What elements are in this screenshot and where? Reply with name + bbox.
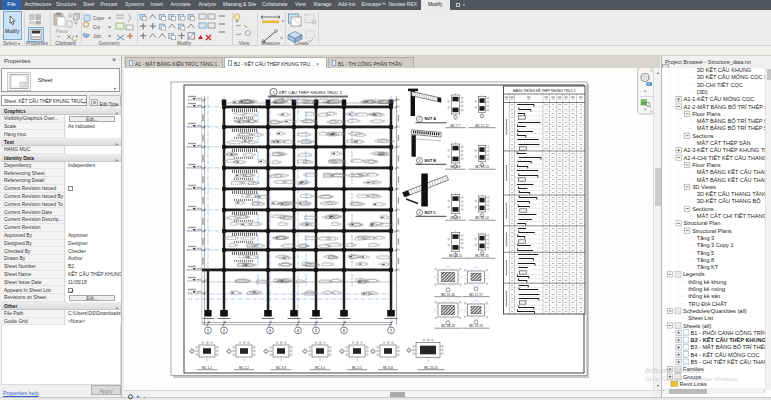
svg-text:MẶT BẰNG BỐ TRÍ THÉP SÀN LỚ: MẶT BẰNG BỐ TRÍ THÉP SÀN LỚ xyxy=(697,117,766,124)
svg-text:thống kê khung: thống kê khung xyxy=(688,279,726,285)
svg-text:MC 6-6: MC 6-6 xyxy=(383,366,393,370)
svg-text:NÚT A: NÚT A xyxy=(425,116,437,121)
svg-text:Structural Plans: Structural Plans xyxy=(692,228,732,234)
svg-text:Floor Plans: Floor Plans xyxy=(692,162,720,168)
svg-text:Legends: Legends xyxy=(683,271,705,277)
svg-text:3D Views: 3D Views xyxy=(692,184,716,190)
svg-text:Floor Plans: Floor Plans xyxy=(692,111,720,117)
svg-text:NÚT B: NÚT B xyxy=(425,158,437,163)
svg-text:B5 - CHI TIẾT KẾT CẤU THANG BỘ: B5 - CHI TIẾT KẾT CẤU THANG BỘ xyxy=(691,359,766,365)
svg-text:KẾT CẤU THÉP KHUNG TRỤC 2: KẾT CẤU THÉP KHUNG TRỤC 2 xyxy=(279,90,342,95)
svg-text:B1 - PHỐI CẢNH CÔNG TRÌNH: B1 - PHỐI CẢNH CÔNG TRÌNH xyxy=(691,330,766,336)
svg-text:Tầng 3: Tầng 3 xyxy=(697,235,714,241)
svg-text:Cope: Cope xyxy=(93,16,104,21)
svg-text:MẶT CẮT CHI TIẾT THANG: MẶT CẮT CHI TIẾT THANG xyxy=(697,212,766,219)
svg-text:thống kê sàn: thống kê sàn xyxy=(688,293,720,299)
svg-text:MC 2-2: MC 2-2 xyxy=(239,366,249,370)
svg-text:Sheet List: Sheet List xyxy=(688,315,713,321)
svg-text:MC 18-18: MC 18-18 xyxy=(441,324,455,328)
svg-text:3D KẾT CẤU KHUNG: 3D KẾT CẤU KHUNG xyxy=(697,67,752,73)
svg-text:7: 7 xyxy=(390,329,392,333)
svg-text:A2-3-KẾT CẤU THÉP KHUNG TRỤC 2: A2-3-KẾT CẤU THÉP KHUNG TRỤC 2 xyxy=(684,147,766,153)
svg-text:3D KẾT CẤU THANG TẦNG ĐIỂN H: 3D KẾT CẤU THANG TẦNG ĐIỂN H xyxy=(697,191,766,197)
svg-text:MC 5-5: MC 5-5 xyxy=(352,366,362,370)
svg-text:A2-2-MẶT BẰNG BỐ TRÍ THÉP SÀN: A2-2-MẶT BẰNG BỐ TRÍ THÉP SÀN xyxy=(684,103,766,110)
svg-text:MC 20-20: MC 20-20 xyxy=(424,366,438,370)
svg-text:Join: Join xyxy=(93,34,102,39)
svg-text:MC 19-19: MC 19-19 xyxy=(469,324,483,328)
svg-text:2: 2 xyxy=(223,329,225,333)
svg-text:{3D}: {3D} xyxy=(697,89,708,95)
svg-text:MC 9-9: MC 9-9 xyxy=(450,216,460,220)
svg-text:Sections: Sections xyxy=(692,133,714,139)
svg-text:3D-CHI TIẾT CỌC: 3D-CHI TIẾT CỌC xyxy=(697,82,743,88)
svg-text:3: 3 xyxy=(269,329,271,333)
svg-text:TRỤ ĐỊA CHẤT: TRỤ ĐỊA CHẤT xyxy=(688,301,727,307)
svg-text:Tầng 5: Tầng 5 xyxy=(697,250,714,256)
svg-text:4: 4 xyxy=(297,329,299,333)
svg-text:Structural Plan: Structural Plan xyxy=(684,220,721,226)
svg-text:MC 15-15: MC 15-15 xyxy=(475,254,489,258)
svg-text:Sheets (all): Sheets (all) xyxy=(683,323,711,329)
svg-text:Cut: Cut xyxy=(93,25,101,30)
svg-text:MẶT BẰNG BỐ TRÍ THÉP SÀN LỚ: MẶT BẰNG BỐ TRÍ THÉP SÀN LỚ xyxy=(697,124,766,131)
svg-text:A2-4-CHI TIẾT KẾT CẤU THANG BỘ: A2-4-CHI TIẾT KẾT CẤU THANG BỘ xyxy=(684,155,766,161)
svg-text:1: 1 xyxy=(207,329,209,333)
svg-text:B2 - KẾT CẤU THÉP KHUNG TRỤC 2: B2 - KẾT CẤU THÉP KHUNG TRỤC 2 xyxy=(691,336,766,343)
svg-text:thống kê móng: thống kê móng xyxy=(688,286,725,292)
svg-text:MC 17-17: MC 17-17 xyxy=(469,293,483,297)
svg-text:MC 14-14: MC 14-14 xyxy=(475,216,489,220)
svg-text:Sections: Sections xyxy=(692,206,714,212)
svg-text:NÚT C: NÚT C xyxy=(425,210,437,215)
svg-text:MẶT BẰNG KẾT CẤU THANG TẦN: MẶT BẰNG KẾT CẤU THANG TẦN xyxy=(697,176,766,183)
svg-text:3: 3 xyxy=(419,159,421,163)
svg-text:Tầng 8: Tầng 8 xyxy=(697,257,714,263)
svg-text:MC 11-11: MC 11-11 xyxy=(449,254,462,258)
svg-text:MC 4-4: MC 4-4 xyxy=(315,366,325,370)
svg-text:Tầng KT: Tầng KT xyxy=(697,264,719,270)
svg-text:MC 3-3: MC 3-3 xyxy=(276,366,286,370)
svg-text:3D-KẾT CẤU THANG BỘ: 3D-KẾT CẤU THANG BỘ xyxy=(697,198,761,204)
svg-text:A2-1-KẾT CẤU MÓNG CỌC: A2-1-KẾT CẤU MÓNG CỌC xyxy=(684,96,755,102)
svg-text:B3 - MẶT BẰNG BỐ TRÍ THÉP SÀN: B3 - MẶT BẰNG BỐ TRÍ THÉP SÀN xyxy=(691,343,766,350)
svg-text:MC 16-16: MC 16-16 xyxy=(441,293,455,297)
svg-text:5: 5 xyxy=(315,329,317,333)
svg-text:‹: ‹ xyxy=(144,394,146,400)
svg-text:MC 12-12: MC 12-12 xyxy=(475,124,489,128)
svg-text:2: 2 xyxy=(419,117,421,121)
svg-text:MC 8-8: MC 8-8 xyxy=(450,165,460,169)
svg-text:MẶT BẰNG KẾT CẤU THANG TẦN: MẶT BẰNG KẾT CẤU THANG TẦN xyxy=(697,168,766,175)
svg-text:MC 7-7: MC 7-7 xyxy=(450,124,460,128)
svg-text:MC 13-13: MC 13-13 xyxy=(475,165,489,169)
svg-text:4: 4 xyxy=(419,211,421,215)
svg-text:Schedules/Quantities (all): Schedules/Quantities (all) xyxy=(683,308,747,314)
svg-text:MẶT CẮT THÉP SÀN: MẶT CẮT THÉP SÀN xyxy=(697,139,751,146)
svg-text:MC 1-1: MC 1-1 xyxy=(202,366,212,370)
svg-text:6: 6 xyxy=(343,329,345,333)
svg-text:Paste: Paste xyxy=(56,29,68,34)
svg-text:BẢNG THỐNG KÊ THÉP KHUNG TRỤC: BẢNG THỐNG KÊ THÉP KHUNG TRỤC 2 xyxy=(513,88,576,93)
svg-text:3D KẾT CẤU MÓNG CỌC NHỒI: 3D KẾT CẤU MÓNG CỌC NHỒI xyxy=(697,74,766,80)
svg-text:Tầng 3 Copy 1: Tầng 3 Copy 1 xyxy=(697,242,734,248)
svg-text:B4 - KẾT CẤU MÓNG CỌC: B4 - KẾT CẤU MÓNG CỌC xyxy=(691,352,760,358)
